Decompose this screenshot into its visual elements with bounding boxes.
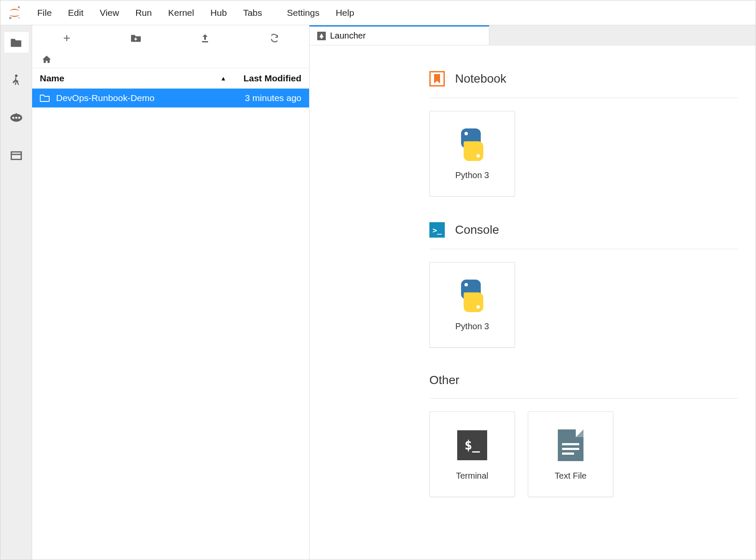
column-name-header[interactable]: Name [40, 73, 64, 83]
new-launcher-button[interactable] [58, 30, 75, 47]
svg-rect-14 [134, 39, 137, 39]
svg-rect-15 [202, 41, 208, 42]
section-label: Console [455, 223, 499, 237]
jupyter-logo-icon [6, 5, 23, 21]
menu-file[interactable]: File [30, 5, 60, 21]
card-label: Python 3 [455, 322, 489, 331]
python-logo-icon [454, 279, 490, 313]
column-modified-header[interactable]: Last Modified [244, 73, 301, 83]
python-logo-icon [454, 128, 490, 162]
svg-point-5 [12, 116, 14, 119]
activity-commands[interactable] [4, 107, 28, 128]
svg-rect-9 [11, 152, 21, 160]
home-icon [42, 55, 52, 64]
card-label: Terminal [456, 471, 488, 481]
svg-point-1 [9, 17, 12, 19]
notebook-section-icon [429, 71, 445, 86]
launcher-section-console: >_ Console Python 3 [429, 222, 738, 348]
launcher-section-notebook: Notebook Python 3 [429, 71, 738, 197]
file-row[interactable]: DevOps-Runbook-Demo 3 minutes ago [32, 89, 309, 107]
section-label: Notebook [455, 72, 506, 86]
terminal-icon: $_ [454, 428, 490, 462]
file-modified: 3 minutes ago [245, 93, 301, 103]
menu-run[interactable]: Run [128, 5, 160, 21]
launcher-content: Notebook Python 3 >_ Co [310, 45, 756, 560]
menu-kernel[interactable]: Kernel [161, 5, 202, 21]
activity-running[interactable] [4, 70, 28, 90]
svg-rect-16 [321, 37, 322, 39]
activity-bar [0, 25, 32, 560]
file-list: DevOps-Runbook-Demo 3 minutes ago [32, 89, 309, 107]
tab-bar: Launcher [310, 25, 756, 45]
upload-button[interactable] [196, 30, 214, 47]
svg-point-7 [18, 116, 20, 119]
jupyterlab-window: File Edit View Run Kernel Hub Tabs Setti… [0, 0, 756, 560]
file-toolbar [32, 25, 309, 51]
menu-tabs[interactable]: Tabs [235, 5, 270, 21]
main-area: Launcher Notebook [310, 25, 756, 560]
launcher-card-terminal[interactable]: $_ Terminal [429, 411, 515, 497]
breadcrumb[interactable] [32, 51, 309, 68]
section-label: Other [429, 373, 459, 387]
svg-point-0 [18, 6, 20, 8]
console-section-icon: >_ [429, 222, 445, 238]
activity-filebrowser[interactable] [4, 32, 29, 53]
file-name: DevOps-Runbook-Demo [56, 93, 245, 103]
launcher-section-other: Other $_ Terminal Text File [429, 373, 738, 497]
launcher-tab-icon [317, 32, 326, 40]
launcher-card-console-python3[interactable]: Python 3 [429, 262, 515, 348]
svg-point-6 [15, 116, 17, 119]
text-file-icon [553, 428, 589, 462]
activity-tabs[interactable] [4, 145, 28, 166]
refresh-button[interactable] [266, 30, 283, 47]
svg-rect-8 [15, 113, 17, 116]
card-label: Text File [555, 471, 586, 481]
folder-icon [40, 94, 50, 102]
new-folder-button[interactable] [128, 30, 145, 47]
sort-ascending-icon: ▲ [220, 75, 226, 82]
menu-help[interactable]: Help [328, 5, 362, 21]
file-list-header: Name ▲ Last Modified [32, 68, 309, 89]
menu-hub[interactable]: Hub [202, 5, 235, 21]
launcher-card-notebook-python3[interactable]: Python 3 [429, 111, 515, 197]
menu-view[interactable]: View [92, 5, 127, 21]
launcher-card-textfile[interactable]: Text File [528, 411, 613, 497]
menu-settings[interactable]: Settings [279, 5, 327, 21]
menubar: File Edit View Run Kernel Hub Tabs Setti… [0, 0, 756, 25]
menu-edit[interactable]: Edit [60, 5, 91, 21]
tab-label: Launcher [330, 31, 366, 41]
file-browser-panel: Name ▲ Last Modified DevOps-Runbook-Demo… [32, 25, 310, 560]
svg-point-2 [18, 17, 20, 19]
tab-launcher[interactable]: Launcher [310, 25, 489, 45]
svg-point-3 [15, 74, 18, 77]
card-label: Python 3 [455, 170, 489, 180]
